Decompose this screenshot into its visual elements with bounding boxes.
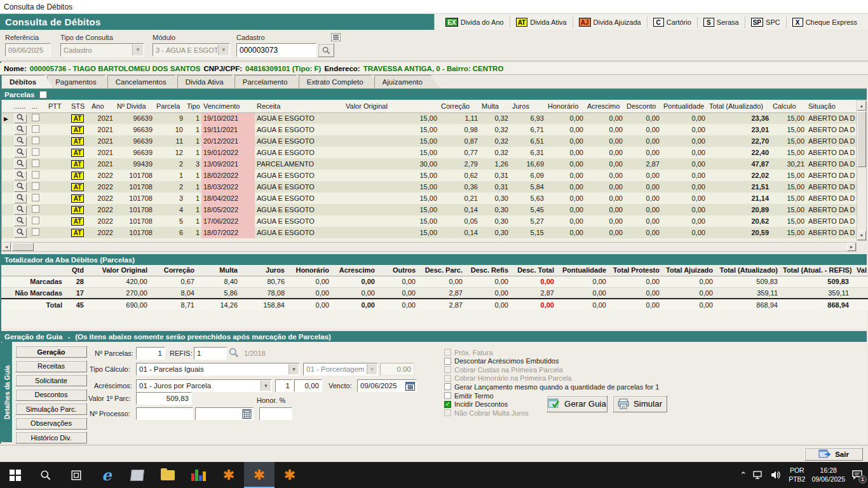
tab-parcelamento[interactable]: Parcelamento — [234, 75, 305, 88]
n-processo-input[interactable] — [136, 407, 193, 420]
acrescimos-n-input[interactable]: 1 — [275, 379, 293, 392]
valor-1-parc-input[interactable]: 509,83 — [136, 392, 192, 405]
table-row[interactable]: AT20221017085117/06/2022AGUA E ESGOTO15,… — [2, 215, 857, 227]
processo-aux-input[interactable] — [195, 407, 254, 420]
guia-checkbox-descontar-acr-scimos-embutidos[interactable]: Descontar Acréscimos Embutidos — [444, 357, 559, 365]
tab-divida-ativa[interactable]: Divida Ativa — [177, 75, 241, 88]
honor-input[interactable] — [259, 407, 292, 420]
tipo-consulta-select[interactable]: Cadastro▼ — [60, 43, 144, 57]
table-row[interactable]: AT20221017083118/04/2022AGUA E ESGOTO15,… — [2, 193, 857, 204]
guia-nav-hist-rico-div-[interactable]: Histórico Div. — [15, 431, 87, 444]
guia-checkbox-cobrar-honor-rio-na-primeira-parcela[interactable]: Cobrar Honorário na Primeira Parcela — [444, 374, 572, 383]
language-indicator[interactable]: PORPTB2 — [789, 466, 805, 483]
row-detail-button[interactable] — [14, 137, 27, 146]
tab-cancelamentos[interactable]: Cancelamentos — [107, 75, 184, 88]
checkbox-icon[interactable] — [444, 358, 451, 365]
row-detail-button[interactable] — [14, 114, 27, 123]
row-checkbox[interactable] — [32, 217, 39, 224]
vertical-scrollbar[interactable]: ▲ ▼ — [857, 100, 867, 241]
row-detail-button[interactable] — [14, 148, 27, 158]
cadastro-input[interactable]: 000003073 — [236, 43, 316, 57]
parcelas-select-all-checkbox[interactable] — [39, 91, 47, 98]
tab-pagamentos[interactable]: Pagamentos — [47, 75, 114, 88]
row-checkbox[interactable] — [32, 159, 39, 167]
row-detail-button[interactable] — [14, 205, 27, 215]
row-detail-button[interactable] — [14, 217, 27, 226]
table-row[interactable]: ▶AT2021966399119/10/2021AGUA E ESGOTO15,… — [2, 112, 857, 124]
checkbox-icon[interactable] — [444, 375, 451, 382]
sair-button[interactable]: Sair — [804, 447, 863, 461]
table-row[interactable]: AT20219663910119/11/2021AGUA E ESGOTO15,… — [2, 124, 857, 135]
guia-nav-solicitante[interactable]: Solicitante — [15, 374, 87, 386]
scroll-up-icon[interactable]: ▲ — [857, 101, 866, 111]
scroll-left-icon[interactable]: ◄ — [2, 243, 11, 251]
guia-nav-descontos[interactable]: Descontos — [15, 389, 87, 401]
tab-extrato-completo[interactable]: Extrato Completo — [299, 75, 381, 88]
table-row[interactable]: AT20219663911120/12/2021AGUA E ESGOTO15,… — [2, 135, 857, 147]
guia-checkbox-cobrar-custas-na-primeira-parcela[interactable]: Cobrar Custas na Primeira Parcela — [444, 365, 563, 374]
guia-nav-gera-o[interactable]: Geração — [15, 346, 87, 358]
tray-expand-icon[interactable]: ⌃ — [740, 470, 747, 480]
row-detail-button[interactable] — [14, 159, 27, 169]
modulo-select[interactable]: 3 - ÁGUA E ESGOTO▼ — [153, 43, 230, 57]
guia-checkbox-emitir-termo[interactable]: Emitir Termo — [444, 391, 494, 400]
taskbar-app-button[interactable] — [122, 462, 153, 488]
taskbar-ie-button[interactable]: e — [92, 462, 122, 488]
table-row[interactable]: AT20221017084118/05/2022AGUA E ESGOTO15,… — [2, 204, 857, 215]
checkbox-icon[interactable] — [444, 409, 451, 416]
row-checkbox[interactable] — [32, 228, 39, 236]
row-checkbox[interactable] — [32, 125, 39, 133]
row-checkbox[interactable] — [32, 148, 39, 156]
speaker-icon[interactable] — [771, 470, 782, 480]
table-row[interactable]: AT20219663912119/01/2022AGUA E ESGOTO15,… — [2, 147, 857, 158]
checkbox-icon[interactable] — [444, 349, 451, 356]
tab-ajuizamento[interactable]: Ajuizamento — [374, 75, 440, 88]
row-detail-button[interactable] — [14, 194, 27, 203]
table-row[interactable]: AT20221017081118/02/2022AGUA E ESGOTO15,… — [2, 170, 857, 181]
detalhes-guia-side-tab[interactable]: Detalhes da Guia — [1, 342, 12, 442]
row-checkbox[interactable] — [32, 137, 39, 144]
gerar-guia-button[interactable]: Gerar Guia — [546, 395, 607, 412]
refis-input[interactable]: 1 — [194, 347, 227, 360]
horizontal-scroll-thumb[interactable] — [12, 243, 34, 251]
guia-checkbox-gerar-lan-amento-mesmo-quando-a-quantida[interactable]: Gerar Lançamento mesmo quando a quantida… — [444, 383, 659, 391]
tipo-calculo-select[interactable]: 01 - Parcelas Iguais▼ — [136, 363, 300, 376]
row-checkbox[interactable] — [32, 182, 39, 190]
checkbox-icon[interactable] — [444, 392, 451, 399]
simular-button[interactable]: Simular — [613, 395, 667, 412]
row-detail-button[interactable] — [14, 125, 27, 135]
table-row[interactable]: AT20221017086118/07/2022AGUA E ESGOTO15,… — [2, 227, 857, 238]
file-explorer-button[interactable] — [153, 462, 183, 488]
guia-checkbox-pr-x-fatura[interactable]: Próx. Fatura — [444, 348, 493, 356]
calculator-icon[interactable] — [242, 409, 252, 420]
task-view-button[interactable] — [61, 462, 92, 488]
row-detail-button[interactable] — [14, 228, 27, 238]
row-checkbox[interactable] — [32, 194, 39, 201]
notification-icon[interactable]: 1 — [851, 470, 863, 481]
taskbar-media-button[interactable] — [183, 462, 214, 488]
clock[interactable]: 16:2809/06/2025 — [811, 466, 845, 483]
row-checkbox[interactable] — [32, 114, 39, 121]
table-row[interactable]: AT2021994392313/09/2021PARCELAMENTO30,00… — [2, 158, 857, 170]
calendar-icon[interactable] — [405, 381, 415, 392]
row-detail-button[interactable] — [14, 171, 27, 180]
tab-d-bitos[interactable]: Débitos — [1, 75, 53, 88]
checkbox-checked-icon[interactable]: ✓ — [444, 401, 451, 408]
n-parcelas-input[interactable]: 1 — [136, 347, 165, 360]
taskbar-search-button[interactable] — [31, 462, 61, 488]
taskbar-erp-button-1[interactable]: ✱ — [214, 462, 244, 488]
taskbar-erp-button-3[interactable]: ✱ — [275, 462, 305, 488]
guia-nav-receitas[interactable]: Receitas — [15, 360, 87, 372]
table-row[interactable]: AT20221017082118/03/2022AGUA E ESGOTO15,… — [2, 181, 857, 193]
guia-checkbox-incidir-descontos[interactable]: ✓Incidir Descontos — [444, 400, 508, 409]
acrescimos-valor-input[interactable]: 0,00 — [294, 379, 322, 392]
refis-search-icon[interactable] — [229, 348, 239, 359]
scroll-right-icon[interactable]: ► — [847, 243, 856, 251]
guia-nav-observa-es[interactable]: Observações — [15, 417, 87, 430]
horizontal-scrollbar[interactable]: ◄ ► — [1, 242, 857, 252]
acrescimos-select[interactable]: 01 - Juros por Parcela▼ — [136, 379, 272, 392]
cadastro-search-button[interactable] — [318, 43, 334, 57]
row-checkbox[interactable] — [32, 171, 39, 179]
row-detail-button[interactable] — [14, 182, 27, 192]
row-checkbox[interactable] — [32, 205, 39, 213]
